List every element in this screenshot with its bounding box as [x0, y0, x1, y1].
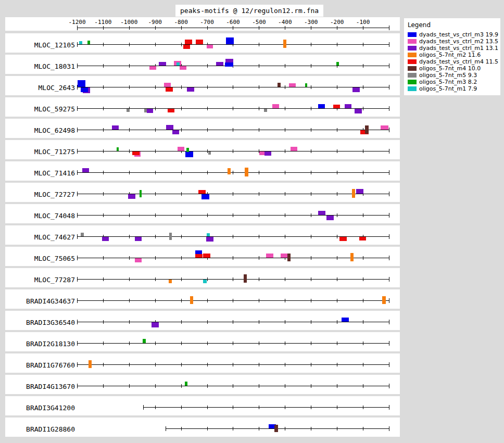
ruler-tick-label: -700 — [200, 19, 214, 26]
sequence-tick — [285, 107, 285, 110]
sequence-tick — [311, 341, 311, 345]
ruler-end-cap — [389, 26, 389, 30]
motif-feature-purple — [352, 87, 360, 92]
sequence-tick — [311, 299, 311, 302]
sequence-tick — [207, 128, 208, 132]
gene-label: MLOC_62498 — [34, 126, 75, 134]
sequence-tick — [311, 64, 311, 68]
gene-label: MLOC_59275 — [34, 105, 75, 113]
sequence-end-cap — [389, 85, 389, 90]
sequence-start-cap — [143, 405, 144, 410]
sequence-tick — [233, 171, 233, 174]
motif-feature-orange — [352, 189, 355, 198]
sequence-tick — [129, 299, 130, 302]
motif-feature-purple — [318, 211, 325, 215]
gene-label: MLOC_74048 — [34, 212, 75, 220]
ruler-tick-label: -800 — [174, 19, 188, 26]
motif-feature-gray — [81, 233, 84, 236]
sequence-tick — [155, 406, 156, 409]
sequence-tick — [259, 64, 259, 68]
legend-item: dyads_test_vs_ctrl_m3 19.9 — [408, 31, 498, 37]
motif-feature-purple — [326, 216, 334, 220]
sequence-tick — [103, 256, 104, 260]
gene-label: MLOC_71275 — [34, 148, 75, 156]
motif-feature-green — [143, 339, 146, 343]
ruler-tick — [259, 26, 259, 30]
sequence-tick — [233, 256, 233, 260]
sequence-tick — [311, 406, 311, 409]
ruler-tick-label: -500 — [252, 19, 266, 26]
sequence-tick — [363, 107, 363, 110]
gene-row: BRADI1G76760 — [5, 353, 400, 373]
motif-feature-pink — [135, 258, 142, 262]
position-ruler: -1200-1100-1000-900-800-700-600-500-400-… — [5, 17, 400, 31]
sequence-tick — [233, 192, 233, 196]
sequence-tick — [181, 128, 182, 132]
sequence-start-cap — [77, 213, 78, 218]
sequence-tick — [363, 299, 363, 302]
motif-feature-gray — [208, 151, 211, 155]
motif-feature-blue — [201, 194, 209, 199]
motif-feature-green — [336, 62, 339, 66]
motif-feature-orange — [382, 296, 386, 304]
sequence-tick — [233, 341, 233, 345]
sequence-tick — [103, 384, 104, 388]
ruler-tick — [207, 26, 208, 30]
motif-feature-green — [305, 83, 307, 87]
motif-feature-gray — [264, 109, 267, 112]
sequence-tick — [337, 256, 337, 260]
sequence-tick — [103, 320, 104, 324]
motif-feature-purple — [152, 322, 159, 327]
sequence-tick — [155, 235, 156, 238]
sequence-tick — [363, 213, 363, 217]
motif-feature-purple — [172, 130, 179, 134]
sequence-tick — [259, 235, 259, 238]
sequence-tick — [233, 85, 233, 89]
sequence-tick — [311, 363, 311, 366]
gene-row: BRADI4G34637 — [5, 289, 400, 309]
legend-item-label: dyads_test_vs_ctrl_m3 19.9 — [419, 31, 498, 38]
sequence-tick — [155, 192, 156, 196]
motif-feature-gray — [169, 233, 172, 240]
sequence-tick — [285, 171, 285, 174]
sequence-start-cap — [77, 256, 78, 260]
sequence-tick — [311, 384, 311, 388]
legend-item: dyads_test_vs_ctrl_m4 11.5 — [408, 58, 498, 65]
legend-item-label: dyads_test_vs_ctrl_m1 13.1 — [419, 45, 498, 52]
motif-feature-pink — [381, 125, 388, 130]
gene-label: MLOC_77287 — [34, 276, 75, 284]
sequence-tick — [233, 149, 233, 153]
sequence-tick — [311, 320, 311, 324]
sequence-tick — [181, 256, 182, 260]
motif-feature-cyan — [207, 233, 210, 236]
gene-label: MLOC_2643 — [39, 84, 75, 92]
sequence-tick — [285, 427, 285, 431]
gene-label: MLOC_75065 — [34, 255, 75, 262]
sequence-tick — [337, 341, 337, 345]
motif-feature-purple — [355, 109, 362, 113]
sequence-start-cap — [77, 128, 78, 132]
sequence-end-cap — [389, 277, 389, 282]
sequence-tick — [129, 341, 130, 345]
motif-feature-orange — [283, 40, 286, 48]
sequence-tick — [155, 85, 156, 89]
motif-feature-red — [168, 109, 174, 112]
sequence-end-cap — [389, 42, 389, 47]
legend-item: oligos_5-7nt_m1 7.9 — [408, 85, 498, 92]
sequence-tick — [155, 341, 156, 345]
sequence-tick — [285, 277, 285, 281]
sequence-end-cap — [389, 149, 389, 154]
sequence-end-cap — [389, 213, 389, 218]
sequence-tick — [207, 341, 208, 345]
sequence-tick — [207, 277, 208, 281]
gene-row: BRADI3G36540 — [5, 311, 400, 330]
legend-item-label: oligos_5-7nt_m1 7.9 — [419, 85, 477, 92]
sequence-tick — [337, 43, 337, 46]
motif-feature-purple — [166, 125, 173, 130]
sequence-tick — [155, 213, 156, 217]
sequence-tick — [363, 363, 363, 366]
sequence-tick — [207, 427, 208, 431]
sequence-tick — [181, 320, 182, 324]
sequence-tick — [207, 406, 208, 409]
figure-title: peaks-motifs @ 12/regulon12.rm.fna — [175, 5, 323, 17]
